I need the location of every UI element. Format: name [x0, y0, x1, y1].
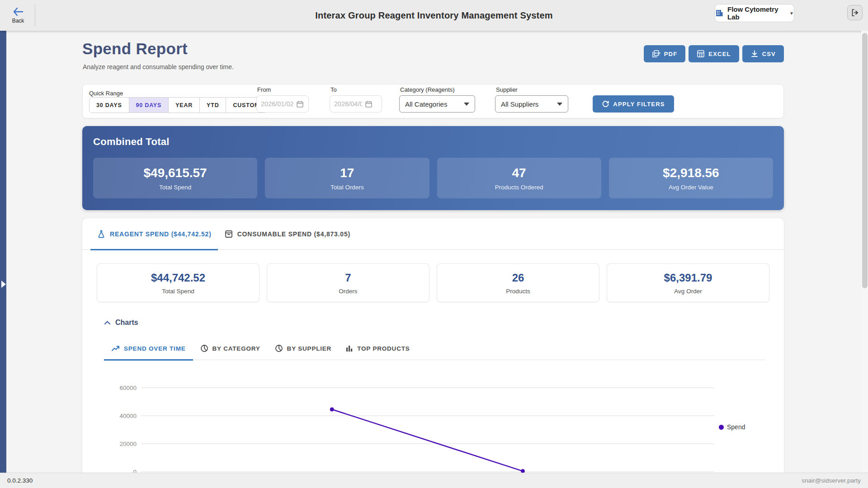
back-arrow-icon	[13, 7, 24, 16]
vertical-scrollbar-track[interactable]	[861, 31, 868, 473]
charts-collapse-toggle[interactable]: Charts	[104, 319, 138, 327]
table-icon	[697, 50, 705, 58]
bar-chart-icon	[346, 345, 353, 352]
from-date-value: 2026/01/02	[261, 100, 293, 108]
combined-stat-total-orders: 17 Total Orders	[265, 158, 429, 198]
logged-in-user: snair@sidserver.party	[802, 477, 861, 484]
box-icon	[224, 230, 233, 239]
svg-text:PDF: PDF	[655, 52, 660, 55]
svg-text:20000: 20000	[119, 441, 137, 447]
line-chart-canvas: 0200004000060000	[109, 381, 720, 485]
stat-label: Products Ordered	[495, 184, 543, 191]
supplier-value: All Suppliers	[501, 100, 538, 108]
export-pdf-label: PDF	[664, 51, 678, 57]
spend-detail-card: REAGENT SPEND ($44,742.52) CONSUMABLE SP…	[82, 218, 784, 488]
stat-value: $44,742.52	[151, 272, 205, 284]
calendar-icon	[296, 100, 304, 108]
stat-value: 47	[512, 166, 526, 180]
filters-card: Quick Range 30 DAYS 90 DAYS YEAR YTD CUS…	[82, 84, 784, 118]
category-value: All Categories	[405, 100, 447, 108]
building-icon	[715, 9, 723, 17]
sidebar-expand-handle[interactable]	[0, 278, 6, 290]
reagent-stat-avg-order: $6,391.79 Avg Order	[607, 263, 769, 302]
chart-tab-label: TOP PRODUCTS	[357, 345, 410, 352]
range-30-days-button[interactable]: 30 DAYS	[90, 98, 129, 113]
svg-text:40000: 40000	[119, 413, 137, 419]
trend-line-icon	[111, 345, 120, 352]
reagent-stat-total-spend: $44,742.52 Total Spend	[97, 263, 259, 302]
chart-tab-by-category[interactable]: BY CATEGORY	[193, 337, 268, 360]
export-excel-button[interactable]: EXCEL	[689, 45, 739, 62]
to-date-value: 2026/04/02	[334, 100, 362, 108]
back-button[interactable]: Back	[6, 4, 30, 27]
quick-range-label: Quick Range	[89, 90, 123, 97]
download-icon	[750, 50, 759, 58]
calendar-icon	[365, 100, 373, 108]
chart-tab-spend-over-time[interactable]: SPEND OVER TIME	[104, 337, 193, 360]
to-date-input[interactable]: 2026/04/02	[330, 95, 382, 113]
stat-value: 7	[345, 272, 351, 284]
page-subtitle: Analyze reagent and consumable spending …	[83, 63, 234, 70]
chart-tab-top-products[interactable]: TOP PRODUCTS	[339, 337, 417, 360]
chart-tab-label: BY SUPPLIER	[287, 345, 332, 352]
apply-filters-label: APPLY FILTERS	[613, 101, 665, 108]
flask-icon	[97, 230, 106, 239]
collapsed-sidebar-strip	[0, 31, 6, 474]
stat-value: $49,615.57	[144, 166, 207, 180]
stat-value: $2,918.56	[663, 166, 719, 180]
page-title: Spend Report	[82, 40, 188, 58]
reagent-stat-products: 26 Products	[437, 263, 599, 302]
from-date-input[interactable]: 2026/01/02	[256, 95, 309, 113]
combined-stat-products-ordered: 47 Products Ordered	[437, 158, 601, 198]
category-select[interactable]: All Categories	[399, 95, 475, 113]
range-90-days-button[interactable]: 90 DAYS	[129, 98, 169, 113]
stat-label: Total Orders	[330, 184, 364, 191]
charts-section-title: Charts	[115, 319, 138, 327]
supplier-select[interactable]: All Suppliers	[495, 95, 568, 113]
app-version: 0.0.2.330	[7, 477, 33, 484]
vertical-scrollbar-thumb[interactable]	[862, 33, 868, 288]
range-ytd-button[interactable]: YTD	[200, 98, 226, 113]
tab-reagent-spend[interactable]: REAGENT SPEND ($44,742.52)	[90, 218, 218, 250]
export-csv-button[interactable]: CSV	[742, 45, 784, 62]
reagent-stat-orders: 7 Orders	[267, 263, 429, 302]
tab-consumable-label: CONSUMABLE SPEND ($4,873.05)	[237, 230, 350, 238]
combined-total-title: Combined Total	[93, 136, 170, 148]
stat-value: $6,391.79	[664, 272, 712, 284]
to-label: To	[330, 86, 337, 93]
export-csv-label: CSV	[762, 51, 776, 57]
spend-report-page: Back Interax Group Reagent Inventory Man…	[0, 0, 868, 488]
quick-range-group: 30 DAYS 90 DAYS YEAR YTD CUSTOM	[89, 97, 267, 113]
caret-down-icon	[464, 103, 469, 106]
chart-tab-by-supplier[interactable]: BY SUPPLIER	[268, 337, 339, 360]
export-excel-label: EXCEL	[708, 51, 731, 57]
svg-text:60000: 60000	[119, 385, 137, 391]
status-bar: 0.0.2.330 snair@sidserver.party	[0, 473, 868, 488]
chart-tab-label: BY CATEGORY	[212, 345, 260, 352]
top-header-bar: Back Interax Group Reagent Inventory Man…	[0, 0, 868, 31]
chart-legend[interactable]: Spend	[719, 423, 745, 431]
chart-type-tabs: SPEND OVER TIME BY CATEGORY BY SUPPLIER	[104, 337, 765, 360]
range-year-button[interactable]: YEAR	[169, 98, 200, 113]
legend-dot-icon	[719, 425, 724, 430]
pdf-icon: PDF	[652, 50, 660, 58]
reagent-stats-row: $44,742.52 Total Spend 7 Orders 26 Produ…	[97, 263, 769, 302]
caret-down-icon: ▼	[789, 11, 794, 16]
category-label: Category (Reagents)	[400, 86, 455, 93]
lab-selector-label: Flow Cytometry Lab	[727, 5, 784, 21]
chevron-up-icon	[104, 320, 111, 325]
spend-tabs: REAGENT SPEND ($44,742.52) CONSUMABLE SP…	[82, 218, 784, 250]
stat-label: Avg Order Value	[669, 184, 713, 191]
apply-filters-button[interactable]: APPLY FILTERS	[593, 95, 674, 113]
topbar-divider	[35, 5, 35, 26]
logout-icon	[851, 9, 859, 17]
export-pdf-button[interactable]: PDF PDF	[644, 45, 686, 62]
logout-button[interactable]	[847, 5, 863, 20]
lab-selector-button[interactable]: Flow Cytometry Lab ▼	[715, 4, 794, 22]
tab-consumable-spend[interactable]: CONSUMABLE SPEND ($4,873.05)	[218, 218, 357, 250]
back-label: Back	[12, 18, 24, 24]
combined-stat-total-spend: $49,615.57 Total Spend	[93, 158, 257, 198]
legend-series-label: Spend	[727, 423, 745, 431]
stat-label: Total Spend	[162, 288, 194, 295]
spend-over-time-chart: 0200004000060000	[109, 381, 720, 485]
